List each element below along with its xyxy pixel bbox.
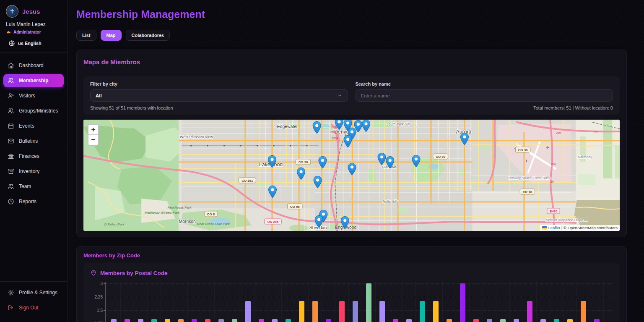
- v-gridline: [147, 282, 148, 322]
- map-label: Holly Hills: [383, 199, 399, 204]
- bar: [205, 319, 210, 322]
- map-label: 19: [551, 180, 554, 183]
- road-shield: CO 95: [288, 204, 303, 209]
- bar: [447, 319, 452, 322]
- svg-text:CO 8: CO 8: [207, 212, 215, 216]
- sidebar-item-label: Profile & Settings: [19, 290, 57, 296]
- sidebar-item-finances[interactable]: Finances: [3, 149, 64, 163]
- ukraine-flag-icon: [542, 226, 547, 230]
- church-logo: ✝: [6, 5, 18, 18]
- v-gridline: [335, 282, 335, 322]
- map-attribution: Leaflet | © OpenStreetMap contributors: [540, 225, 620, 231]
- bar: [245, 301, 251, 322]
- map-label: Buckley Space Force Base: [509, 176, 551, 180]
- svg-text:E470: E470: [550, 209, 558, 213]
- v-gridline: [201, 282, 201, 322]
- zip-code-card: Members by Zip Code Members by Postal Co…: [76, 246, 627, 322]
- bar: [594, 319, 600, 322]
- v-gridline: [429, 282, 429, 322]
- bar: [138, 319, 143, 322]
- map-label: Bear Creek Lake Park: [197, 222, 230, 226]
- sidebar-item-sign-out[interactable]: Sign Out: [3, 301, 64, 314]
- language-selector[interactable]: us English: [8, 40, 61, 47]
- sidebar-item-bulletins[interactable]: Bulletins: [3, 134, 64, 148]
- sidebar-item-membership[interactable]: Membership: [3, 74, 64, 87]
- bar: [500, 319, 506, 322]
- svg-text:CR 18: CR 18: [523, 190, 532, 194]
- v-gridline: [134, 282, 134, 322]
- map-label: 289: [556, 131, 561, 134]
- users-icon: [8, 183, 14, 190]
- bar: [125, 319, 130, 322]
- sidebar-item-inventory[interactable]: Inventory: [3, 165, 64, 178]
- globe-icon: [8, 40, 15, 47]
- home-icon: [8, 62, 14, 69]
- y-axis-tick: [104, 297, 105, 297]
- sidebar-item-label: Membership: [19, 78, 49, 84]
- calendar-icon: [8, 123, 14, 129]
- bar: [192, 319, 197, 322]
- map-label: 2104: [330, 131, 337, 134]
- bar: [379, 301, 385, 322]
- v-gridline: [228, 282, 228, 322]
- leaflet-link[interactable]: Leaflet: [548, 225, 560, 230]
- osm-attribution: | © OpenStreetMap contributors: [561, 225, 618, 230]
- h-gridline: [106, 310, 613, 311]
- zoom-out-button[interactable]: −: [88, 135, 98, 145]
- members-map[interactable]: ✈ ✈ ✈: [83, 120, 620, 231]
- map-zoom-control: + −: [88, 124, 99, 146]
- sidebar-item-label: Events: [19, 123, 34, 129]
- map-card-title: Mapa de Miembros: [83, 58, 620, 65]
- chevron-down-icon: [337, 93, 343, 98]
- bar: [554, 319, 559, 322]
- bar: [420, 301, 425, 322]
- zip-card-title: Members by Zip Code: [83, 252, 620, 259]
- bar: [433, 301, 439, 322]
- v-gridline: [536, 282, 537, 322]
- map-label: Matthews/ Winters Park: [145, 211, 180, 215]
- sidebar-item-label: Sign Out: [19, 305, 39, 311]
- v-gridline: [496, 282, 496, 322]
- language-label: us English: [18, 41, 42, 46]
- v-gridline: [268, 282, 268, 322]
- tab-map[interactable]: Map: [101, 30, 122, 41]
- v-gridline: [375, 282, 376, 322]
- sidebar-footer: Profile & SettingsSign Out: [0, 281, 67, 322]
- v-gridline: [456, 282, 456, 322]
- gear-icon: [8, 289, 14, 296]
- archive-icon: [8, 168, 14, 175]
- sidebar-item-dashboard[interactable]: Dashboard: [3, 59, 64, 72]
- v-gridline: [174, 282, 174, 322]
- v-gridline: [415, 282, 416, 322]
- bar: [178, 319, 184, 322]
- sidebar-item-label: Groups/Ministries: [19, 108, 58, 114]
- sidebar-item-team[interactable]: Team: [3, 180, 64, 193]
- zoom-in-button[interactable]: +: [88, 125, 98, 135]
- sidebar-item-label: Reports: [19, 199, 36, 204]
- profile-block: ✝ Jesus Luis Martin Lepez Administrator …: [0, 0, 67, 53]
- bar: [353, 301, 358, 322]
- users-icon: [8, 107, 14, 114]
- bar: [312, 301, 318, 322]
- bar: [567, 319, 573, 322]
- sidebar-item-events[interactable]: Events: [3, 119, 64, 133]
- map-label: 204: [551, 162, 556, 165]
- mail-icon: [8, 138, 14, 144]
- sidebar-item-groups-ministries[interactable]: Groups/Ministries: [3, 104, 64, 118]
- bar: [286, 319, 291, 322]
- bar: [406, 319, 412, 322]
- sidebar-item-label: Inventory: [19, 168, 39, 174]
- search-input[interactable]: [356, 89, 613, 102]
- main-content: Membership Management ListMapColaborador…: [68, 0, 644, 322]
- chart-title: Members by Postal Code: [100, 270, 168, 276]
- map-canvas: ✈ ✈ ✈: [83, 120, 620, 231]
- sidebar-item-reports[interactable]: Reports: [3, 195, 64, 208]
- v-gridline: [214, 282, 215, 322]
- sidebar-item-visitors[interactable]: Visitors: [3, 89, 64, 102]
- tab-list[interactable]: List: [76, 30, 96, 41]
- bar: [540, 319, 546, 322]
- city-filter-select[interactable]: All: [90, 89, 348, 102]
- sidebar-item-profile-settings[interactable]: Profile & Settings: [3, 286, 64, 299]
- tab-colaboradores[interactable]: Colaboradores: [126, 30, 170, 41]
- v-gridline: [120, 282, 121, 322]
